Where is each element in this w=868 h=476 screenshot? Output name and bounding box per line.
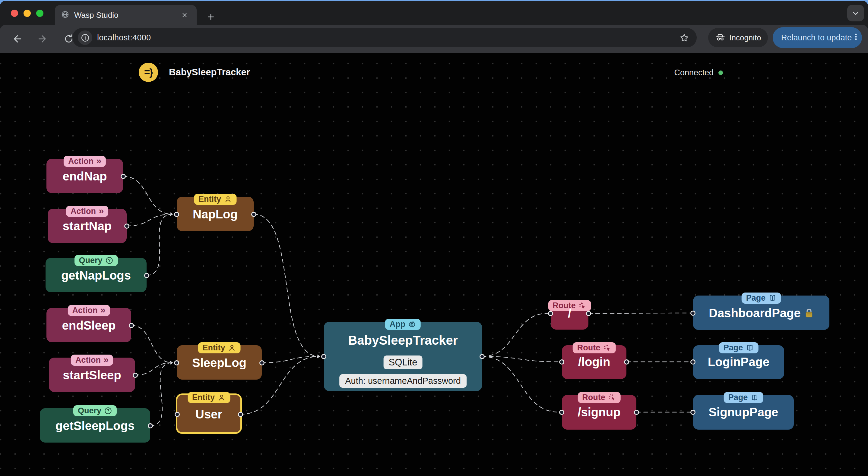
edge-endSleep-SleepLog [131, 326, 172, 363]
close-tab-icon[interactable] [179, 9, 191, 21]
node-DashboardPage[interactable]: PageDashboardPage [693, 296, 829, 330]
action-badge: Action» [66, 206, 108, 217]
entity-badge: Entity [194, 194, 237, 205]
badge-label: Entity [192, 392, 215, 403]
back-button[interactable] [8, 30, 26, 48]
handle-SleepLog-right[interactable] [259, 360, 265, 366]
handle-route-login-right[interactable] [624, 360, 629, 365]
badge-label: Route [582, 392, 605, 403]
address-bar[interactable]: localhost:4000 [72, 28, 697, 47]
node-label: endNap [63, 169, 107, 184]
badge-label: Page [728, 392, 748, 403]
handle-App-right[interactable] [479, 354, 485, 359]
action-badge: Action» [71, 354, 113, 366]
node-route-signup[interactable]: Route/signup [562, 395, 637, 430]
handle-LoginPage-left[interactable] [690, 360, 695, 365]
lock-icon [804, 308, 814, 318]
node-App[interactable]: AppBabySleepTrackerSQLiteAuth: usernameA… [324, 322, 482, 391]
handle-DashboardPage-left[interactable] [690, 311, 695, 316]
edge-App-route-signup [482, 356, 559, 412]
handle-getNapLogs-right[interactable] [144, 273, 149, 278]
node-User[interactable]: EntityUser [177, 395, 240, 432]
incognito-icon [715, 32, 726, 44]
status-dot [718, 70, 723, 75]
close-window-button[interactable] [11, 10, 18, 17]
action-badge: Action» [64, 156, 106, 167]
badge-label: Action [68, 156, 93, 167]
edge-SleepLog-App [262, 356, 319, 363]
wasp-logo: =} [139, 63, 158, 82]
handle-endSleep-right[interactable] [129, 323, 134, 328]
forward-button[interactable] [34, 30, 52, 48]
handle-User-right[interactable] [238, 412, 243, 417]
handle-startNap-right[interactable] [124, 224, 129, 229]
person-icon [228, 344, 236, 352]
cursor-click-icon [608, 394, 616, 402]
handle-startSleep-right[interactable] [133, 373, 138, 378]
bookmark-star-icon[interactable] [677, 30, 691, 45]
node-label: LoginPage [708, 354, 769, 369]
node-startSleep[interactable]: Action»startSleep [49, 358, 135, 392]
new-tab-button[interactable] [203, 9, 219, 25]
handle-route-root-right[interactable] [586, 311, 591, 316]
node-startNap[interactable]: Action»startNap [48, 209, 127, 243]
page-badge: Page [724, 392, 763, 403]
handle-SleepLog-left[interactable] [174, 360, 179, 366]
action-badge: Action» [67, 305, 110, 316]
handle-NapLog-right[interactable] [251, 212, 256, 217]
handle-route-signup-right[interactable] [634, 410, 639, 415]
handle-App-left[interactable] [321, 354, 326, 359]
handle-User-left[interactable] [175, 412, 180, 417]
node-endSleep[interactable]: Action»endSleep [46, 308, 131, 342]
person-icon [224, 195, 232, 203]
node-label: /signup [578, 405, 620, 420]
tab-title: Wasp Studio [74, 10, 179, 20]
node-endNap[interactable]: Action»endNap [46, 159, 123, 193]
node-route-root[interactable]: Route/ [551, 303, 588, 330]
browser-tab[interactable]: Wasp Studio [55, 5, 197, 25]
handle-route-root-left[interactable] [548, 311, 553, 316]
canvas[interactable]: =} BabySleepTracker Connected Action»end… [0, 53, 868, 476]
tab-search-button[interactable] [847, 5, 864, 22]
page-title: BabySleepTracker [169, 67, 250, 78]
entity-badge: Entity [198, 342, 240, 353]
chevrons-icon: » [100, 306, 105, 315]
cursor-click-icon [603, 344, 611, 352]
badge-label: Query [79, 255, 102, 266]
node-label: getNapLogs [61, 268, 131, 283]
node-NapLog[interactable]: EntityNapLog [177, 197, 254, 231]
relaunch-to-update-button[interactable]: Relaunch to update [773, 27, 862, 48]
chevrons-icon: » [96, 157, 101, 166]
edge-route-root-DashboardPage [588, 313, 690, 313]
node-getSleepLogs[interactable]: Query?getSleepLogs [40, 408, 150, 443]
maximize-window-button[interactable] [36, 10, 43, 17]
node-route-login[interactable]: Route/login [562, 345, 626, 379]
incognito-badge: Incognito [708, 28, 768, 47]
edge-startNap-NapLog [127, 214, 172, 226]
auth-badge: Auth: usernameAndPassword [339, 374, 467, 388]
handle-SignupPage-left[interactable] [690, 410, 695, 415]
question-icon: ? [104, 407, 112, 415]
site-info-icon[interactable] [78, 30, 92, 45]
edge-getNapLogs-NapLog [147, 214, 172, 275]
chip-icon [408, 320, 416, 328]
handle-route-signup-left[interactable] [559, 410, 564, 415]
node-SignupPage[interactable]: PageSignupPage [693, 395, 794, 430]
edge-App-route-root [482, 313, 548, 356]
handle-route-login-left[interactable] [559, 360, 564, 365]
node-SleepLog[interactable]: EntitySleepLog [177, 345, 262, 380]
handle-endNap-right[interactable] [121, 174, 126, 179]
minimize-window-button[interactable] [24, 10, 31, 17]
node-label: SleepLog [192, 355, 246, 370]
db-badge: SQLite [384, 355, 423, 369]
handle-getSleepLogs-right[interactable] [148, 423, 153, 429]
incognito-label: Incognito [729, 33, 761, 42]
url-text[interactable]: localhost:4000 [97, 33, 677, 42]
page-badge: Page [742, 293, 781, 304]
svg-text:?: ? [107, 408, 110, 413]
kebab-menu-icon[interactable] [852, 33, 860, 43]
handle-NapLog-left[interactable] [174, 212, 179, 217]
app-badge: App [385, 319, 421, 330]
node-LoginPage[interactable]: PageLoginPage [693, 345, 784, 379]
node-getNapLogs[interactable]: Query?getNapLogs [45, 258, 147, 292]
